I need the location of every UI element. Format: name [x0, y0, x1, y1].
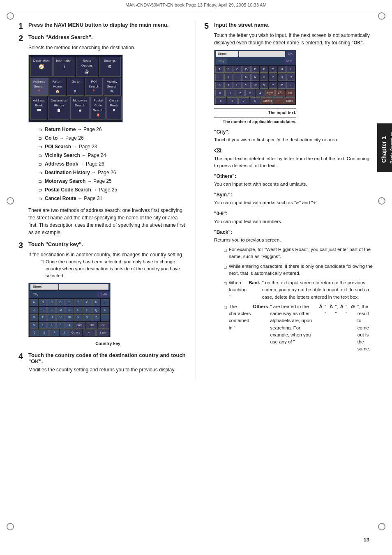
top-bar: MAN-CNDV-50MTP-EN.book Page 13 Friday, A… [0, 0, 392, 10]
step-2-title: Touch "Address Search". [28, 34, 93, 40]
step-5-title: Input the street name. [214, 22, 270, 28]
check-item-4: The characters contained in "Others" are… [224, 303, 374, 353]
nav-tab-destination: Destination🧭 [30, 57, 53, 77]
step-3-header: 3 Touch "Country key". [18, 241, 187, 249]
step-5-screen-mock: Street OK City ott:K A B C [214, 50, 296, 105]
corner-decoration-br [378, 523, 385, 530]
step-1-title: Press the NAVI MENU button to display th… [28, 22, 168, 28]
backspace-body: The input text is deleted letter by lett… [214, 155, 374, 170]
main-content: 1 Press the NAVI MENU button to display … [0, 14, 392, 387]
back-heading: "Back": [214, 228, 374, 236]
step-5-mockup-wrapper: Street OK City ott:K A B C [214, 50, 374, 125]
check-item-1: For example, for "West Higgins Road", yo… [224, 246, 374, 260]
country-key-mockup: Street City ott:40 A B C D E F G [28, 283, 111, 337]
nav-btn-address-book[interactable]: AddressBook📖 [30, 97, 47, 120]
step-5-num: 5 [204, 22, 212, 30]
city-body: Touch if you wish to first specify the d… [214, 136, 374, 143]
two-methods-text: There are two methods of address search:… [28, 207, 187, 236]
step-3-note: Once the country has been selected, you … [41, 258, 187, 280]
09-body: You can input text with numbers. [214, 218, 374, 225]
file-info-text: MAN-CNDV-50MTP-EN.book Page 13 Friday, A… [125, 2, 266, 7]
step-5-header: 5 Input the street name. [204, 22, 374, 30]
step-2-num: 2 [18, 34, 26, 42]
country-key-caption: Country key [28, 341, 187, 347]
nav-btn-cancel-route[interactable]: CancelRoute✖ [106, 97, 122, 120]
ok-btn-step5[interactable]: OK [286, 51, 294, 57]
corner-decoration-bl [7, 523, 14, 530]
others-body: You can input text with accents and umla… [214, 181, 374, 188]
ck-street-field: Street [30, 284, 58, 290]
nav-btn-postal[interactable]: Postal CodeSearch📮 [90, 97, 106, 120]
bullet-item-motorway: Motorway Search → Page 25 [38, 177, 187, 185]
left-column: 1 Press the NAVI MENU button to display … [18, 22, 196, 378]
right-column: 5 Input the street name. Touch the lette… [196, 22, 374, 378]
nav-btn-return-home[interactable]: ReturnHome🏠 [48, 78, 66, 96]
nav-btn-goto[interactable]: Go to🏳 [67, 78, 84, 96]
chapter-title: Chapter 1 [380, 136, 387, 163]
nav-btn-poi[interactable]: POISearch📍 [85, 78, 102, 96]
bullet-item-address-book: Address Book → Page 26 [38, 160, 187, 168]
step-4-body: Modifies the country setting and returns… [28, 366, 187, 373]
bullet-item-vicinity: Vicinity Search → Page 24 [38, 152, 187, 159]
step-1-header: 1 Press the NAVI MENU button to display … [18, 22, 187, 30]
step-4-header: 4 Touch the country codes of the destina… [18, 352, 187, 364]
step-2-header: 2 Touch "Address Search". [18, 34, 187, 42]
corner-decoration-mr [378, 197, 385, 205]
step-4-num: 4 [18, 352, 26, 360]
city-heading: "City": [214, 128, 374, 136]
others-heading: "Others": [214, 173, 374, 180]
sym-heading: "Sym.": [214, 191, 374, 198]
chapter-subtitle: Basic Operation [390, 131, 392, 164]
corner-decoration-tr [378, 12, 385, 20]
nav-menu-mockup: Destination🧭 Informationℹ Route Options🛣… [28, 55, 123, 122]
check-item-2: While entering characters, if there is o… [224, 263, 374, 277]
step-5-text: Touch the letter you wish to input. If t… [214, 32, 370, 46]
sym-body: You can input text with marks such as "&… [214, 199, 374, 206]
step-3-num: 3 [18, 241, 26, 249]
input-text-caption: The input text. [214, 108, 296, 116]
bullet-item-dest-history: Destination History → Page 26 [38, 169, 187, 177]
bullet-item-poi: POI Search → Page 23 [38, 143, 187, 151]
09-heading: "0-9": [214, 210, 374, 217]
bullet-item-goto: Go to → Page 26 [38, 134, 187, 142]
check-item-3: When touching "Back" on the text input s… [224, 279, 374, 301]
step-3-text: If the destination is in another country… [28, 252, 183, 258]
bullet-list: Return Home → Page 26 Go to → Page 26 PO… [38, 126, 187, 203]
step-4-text: Modifies the country setting and returns… [28, 367, 175, 373]
bullet-item-postal-code: Postal Code Search → Page 25 [38, 186, 187, 194]
backspace-heading: ⌫: [214, 147, 374, 154]
bullet-item-return-home: Return Home → Page 26 [38, 126, 187, 134]
step-2-body: Selects the method for searching the des… [28, 44, 187, 236]
page-number: 13 [364, 537, 369, 543]
bullet-item-cancel-route: Cancel Route → Page 31 [38, 195, 187, 203]
chapter-tab: Chapter 1 Basic Operation [377, 123, 392, 172]
nav-tab-information: Informationℹ [53, 57, 76, 77]
step-4-title: Touch the country codes of the destinati… [28, 352, 187, 364]
check-list: For example, for "West Higgins Road", yo… [224, 246, 374, 353]
step-1-num: 1 [18, 22, 26, 30]
page-frame: MAN-CNDV-50MTP-EN.book Page 13 Friday, A… [0, 0, 392, 555]
corner-decoration-ml [7, 197, 14, 205]
corner-decoration-tl [7, 12, 14, 20]
nav-tab-route: Route Options🛣 [76, 57, 98, 77]
step-5-body: Touch the letter you wish to input. If t… [214, 32, 374, 353]
nav-btn-dest-history[interactable]: DestinationHistory📋 [48, 97, 69, 120]
candidates-caption: The number of applicable candidates. [214, 117, 296, 125]
step-3-body: If the destination is in another country… [28, 251, 187, 347]
nav-btn-motorway[interactable]: MotorwaySearch🛣 [70, 97, 90, 120]
street-field-step5[interactable]: Street [216, 51, 238, 57]
nav-btn-address-search[interactable]: AddressSearch📍 [30, 78, 48, 96]
step-3-title: Touch "Country key". [28, 241, 83, 247]
nav-btn-vicinity[interactable]: VicinitySearch🔍 [104, 78, 121, 96]
back-body: Returns you to previous screen. [214, 237, 374, 244]
nav-tab-settings: Settings⚙ [99, 57, 121, 77]
